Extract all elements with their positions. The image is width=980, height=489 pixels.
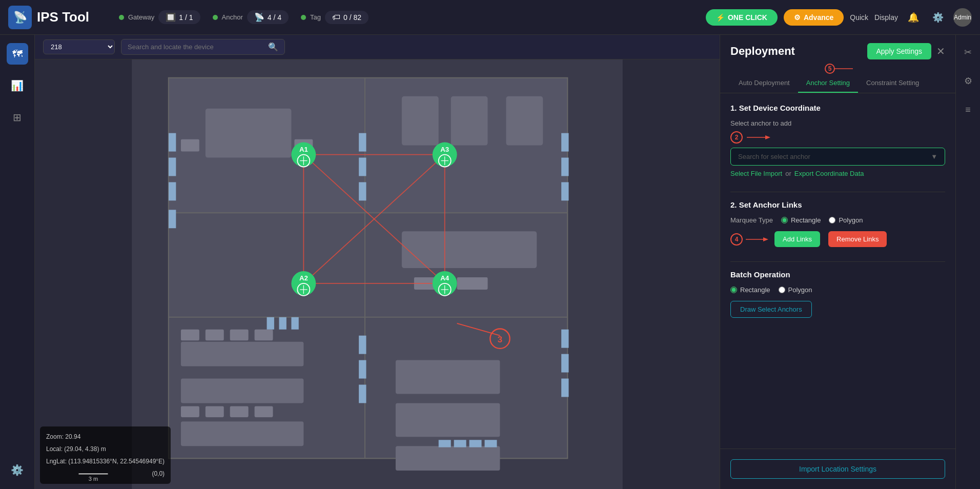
settings-button[interactable]: ⚙️	[929, 8, 947, 27]
svg-rect-19	[206, 330, 224, 341]
svg-rect-25	[230, 406, 249, 417]
scale-bar: 3 m	[78, 473, 108, 482]
sidebar-item-chart[interactable]: 📊	[7, 75, 28, 96]
divider-2	[730, 261, 945, 262]
svg-rect-29	[396, 403, 500, 437]
display-button[interactable]: Display	[874, 13, 898, 22]
close-panel-button[interactable]: ✕	[936, 45, 945, 57]
right-icon-cut[interactable]: ✂	[959, 43, 977, 62]
section3-title: Batch Operation	[730, 270, 945, 279]
svg-rect-30	[396, 446, 500, 471]
logo-icon: 📡	[8, 6, 32, 29]
svg-rect-41	[359, 336, 366, 354]
floor-plan-svg: A1 A3 A2 A4	[35, 59, 720, 489]
annotation-5-svg: 5	[822, 64, 925, 74]
map-icon: 🗺	[12, 48, 23, 60]
svg-rect-32	[169, 158, 176, 176]
tab-constraint-setting[interactable]: Constraint Setting	[858, 74, 927, 93]
section-device-coordinate: 1. Set Device Coordinate Select anchor t…	[730, 104, 945, 177]
quick-button[interactable]: Quick	[850, 13, 868, 22]
svg-marker-89	[763, 237, 768, 241]
map-canvas[interactable]: A1 A3 A2 A4	[35, 59, 720, 489]
sidebar-item-settings[interactable]: ⚙️	[7, 459, 28, 481]
or-text: or	[785, 170, 791, 177]
apply-settings-button[interactable]: Apply Settings	[867, 43, 932, 59]
section1-title: 1. Set Device Coordinate	[730, 104, 945, 112]
svg-rect-46	[561, 379, 568, 397]
annotation-4-arrow	[746, 234, 771, 244]
polygon-label: Polygon	[839, 216, 863, 224]
rectangle-radio[interactable]	[781, 217, 788, 223]
sidebar-item-grid[interactable]: ⊞	[7, 107, 28, 128]
remove-links-button[interactable]: Remove Links	[828, 231, 887, 247]
bell-icon: 🔔	[908, 12, 919, 23]
batch-rectangle-label[interactable]: Rectangle	[730, 286, 770, 294]
svg-rect-52	[469, 440, 482, 447]
logo-area: 📡 IPS Tool	[8, 6, 111, 29]
notification-button[interactable]: 🔔	[904, 8, 923, 27]
annotation-5-area: 5	[730, 64, 945, 74]
tab-auto-deployment[interactable]: Auto Deployment	[730, 74, 798, 93]
draw-select-anchors-button[interactable]: Draw Select Anchors	[730, 301, 812, 318]
right-icon-layers[interactable]: ≡	[959, 100, 977, 119]
right-panel: Deployment Apply Settings ✕ 5 Auto Deplo…	[720, 35, 955, 489]
svg-rect-18	[181, 330, 199, 341]
svg-rect-13	[506, 96, 543, 146]
svg-rect-9	[181, 139, 199, 152]
local-info: Local: (29.04, 4.38) m	[46, 443, 165, 455]
gateway-count: 🔲 1 / 1	[158, 10, 200, 24]
panel-header: Deployment Apply Settings ✕	[720, 35, 955, 64]
section-anchor-links: 2. Set Anchor Links Marquee Type Rectang…	[730, 200, 945, 247]
batch-polygon-radio[interactable]	[779, 287, 785, 293]
svg-rect-26	[255, 406, 273, 417]
svg-rect-38	[561, 133, 568, 152]
batch-rectangle-text: Rectangle	[740, 286, 770, 294]
lnglat-info: LngLat: (113.94815336°N, 22.54546949°E)	[46, 455, 165, 467]
batch-rectangle-radio[interactable]	[730, 287, 737, 293]
svg-rect-24	[206, 406, 224, 417]
annotation-2-arrow	[747, 132, 772, 142]
right-icon-settings[interactable]: ⚙	[959, 72, 977, 90]
anchor-dot	[213, 15, 218, 20]
app-title: IPS Tool	[37, 9, 89, 25]
panel-tabs: Auto Deployment Anchor Setting Constrain…	[720, 74, 955, 93]
svg-rect-37	[359, 182, 366, 200]
section2-title: 2. Set Anchor Links	[730, 200, 945, 209]
anchor-count: 📡 4 / 4	[247, 10, 289, 24]
svg-rect-8	[206, 109, 292, 158]
floor-select[interactable]: 218	[43, 39, 115, 54]
add-links-button[interactable]: Add Links	[774, 231, 820, 247]
polygon-radio-label[interactable]: Polygon	[829, 216, 863, 224]
svg-rect-35	[359, 133, 366, 152]
search-input[interactable]	[128, 43, 264, 51]
map-area: 218 🔍	[35, 35, 720, 489]
polygon-radio[interactable]	[829, 217, 835, 223]
sidebar-item-map[interactable]: 🗺	[7, 43, 28, 65]
search-anchor-placeholder: Search for select anchor	[738, 153, 810, 160]
svg-rect-51	[454, 440, 466, 447]
svg-text:A4: A4	[440, 274, 450, 282]
oneclick-button[interactable]: ⚡ ONE CLICK	[706, 9, 778, 26]
batch-polygon-text: Polygon	[788, 286, 812, 294]
svg-text:A1: A1	[299, 146, 308, 153]
svg-rect-36	[359, 158, 366, 176]
export-coordinate-link[interactable]: Export Coordinate Data	[794, 170, 864, 177]
panel-title: Deployment	[730, 45, 795, 58]
import-location-settings-button[interactable]: Import Location Settings	[730, 459, 945, 479]
svg-rect-23	[181, 406, 199, 417]
svg-rect-22	[181, 379, 303, 403]
file-import-link[interactable]: Select File Import	[730, 170, 782, 177]
advance-button[interactable]: ⚙ Advance	[784, 9, 844, 26]
panel-content: 1. Set Device Coordinate Select anchor t…	[720, 93, 955, 449]
batch-polygon-label[interactable]: Polygon	[779, 286, 812, 294]
avatar[interactable]: Admin	[953, 8, 972, 27]
tab-anchor-setting[interactable]: Anchor Setting	[798, 74, 858, 93]
rectangle-radio-label[interactable]: Rectangle	[781, 216, 821, 224]
svg-text:3: 3	[498, 335, 502, 344]
batch-type-row: Rectangle Polygon	[730, 286, 945, 294]
svg-rect-34	[169, 210, 176, 228]
svg-rect-39	[561, 158, 568, 176]
select-anchor-dropdown[interactable]: Search for select anchor ▼	[730, 148, 945, 166]
tag-label: Tag	[310, 13, 321, 21]
gateway-count-value: 1 / 1	[179, 13, 193, 22]
